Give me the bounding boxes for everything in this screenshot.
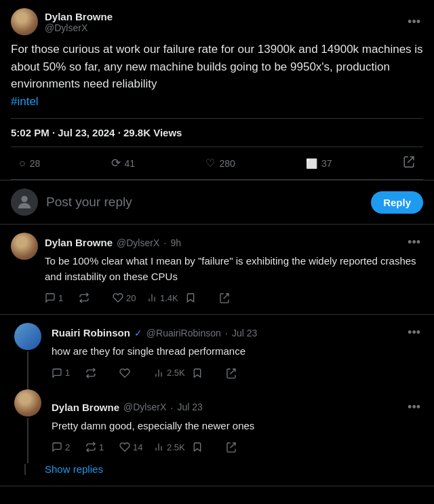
- r2-comment-action[interactable]: 2: [52, 439, 85, 455]
- comment-1-body: Dylan Browne @DylserX · 9h ••• To be 100…: [45, 233, 423, 306]
- dylan-reply2-avatar[interactable]: [14, 389, 41, 416]
- dot1: ·: [52, 127, 55, 138]
- like-action[interactable]: 280: [197, 151, 243, 176]
- comment-count: 28: [30, 158, 41, 169]
- show-replies-button[interactable]: Show replies: [45, 463, 103, 475]
- r1-comment-action[interactable]: 1: [52, 365, 85, 381]
- reply-button[interactable]: Reply: [371, 191, 423, 214]
- thread-line-bottom: [24, 464, 26, 475]
- thread-left-r1: [11, 323, 45, 389]
- reply-box: Post your reply Reply: [0, 180, 434, 225]
- r1-like-action[interactable]: [119, 365, 153, 381]
- post-date: Jul 23, 2024: [58, 127, 115, 138]
- share-action[interactable]: [395, 150, 423, 176]
- c1-bookmark-action[interactable]: [185, 290, 219, 306]
- reply-2-meta-left: Dylan Browne @DylserX · Jul 23: [52, 402, 203, 413]
- hashtag-intel[interactable]: #intel: [11, 95, 39, 108]
- c1-retweet-action[interactable]: [79, 290, 113, 306]
- post-views-label: Views: [153, 127, 182, 138]
- c1-share-action[interactable]: [219, 290, 253, 306]
- comment-icon: [19, 156, 26, 170]
- nested-replies-section: Ruairi Robinson ✓ @RuairiRobinson · Jul …: [0, 314, 434, 486]
- comment-1-meta: Dylan Browne @DylserX · 9h •••: [45, 233, 423, 252]
- r2-retweet-count: 1: [99, 442, 104, 452]
- comment-1-avatar[interactable]: [11, 233, 38, 260]
- c1-like-action[interactable]: 20: [113, 290, 146, 306]
- r2-bookmark-action[interactable]: [192, 439, 226, 455]
- main-post: Dylan Browne @DylserX ••• For those curi…: [0, 0, 434, 180]
- reply-1-text: how are they for single thread performan…: [52, 344, 423, 360]
- c1-stats-count: 1.4K: [160, 293, 178, 303]
- reply-2-dot: ·: [170, 402, 173, 413]
- c1-like-count: 20: [126, 293, 136, 303]
- like-icon: [205, 156, 215, 170]
- reply-2-body: Dylan Browne @DylserX · Jul 23 ••• Prett…: [45, 389, 423, 464]
- reply-2-handle: @DylserX: [123, 402, 166, 412]
- reply-1-meta-left: Ruairi Robinson ✓ @RuairiRobinson · Jul …: [52, 327, 257, 338]
- comment-1-text: To be 100% clear what I mean by "failure…: [45, 254, 423, 284]
- thread-line-r2: [27, 418, 28, 464]
- post-content: For those curious at work our failure ra…: [11, 41, 423, 110]
- retweet-icon: [111, 156, 121, 170]
- author-name: Dylan Browne: [45, 11, 113, 22]
- r1-bookmark-action[interactable]: [192, 365, 226, 381]
- r2-retweet-action[interactable]: 1: [85, 439, 119, 455]
- thread-line-r1: [27, 351, 28, 389]
- like-count: 280: [219, 158, 235, 169]
- r2-stats-action[interactable]: 2.5K: [153, 439, 192, 455]
- r1-stats-count: 2.5K: [167, 368, 185, 378]
- post-header-left: Dylan Browne @DylserX: [11, 8, 113, 35]
- r1-stats-action[interactable]: 2.5K: [153, 365, 192, 381]
- more-button[interactable]: •••: [405, 12, 423, 32]
- comment-thread: Dylan Browne @DylserX · 9h ••• To be 100…: [0, 225, 434, 486]
- reply-1-actions: 1 2.5K: [52, 365, 423, 381]
- author-info: Dylan Browne @DylserX: [45, 11, 113, 33]
- comment-1-author: Dylan Browne: [45, 237, 113, 248]
- r2-like-action[interactable]: 14: [119, 439, 153, 455]
- author-handle: @DylserX: [45, 22, 113, 33]
- reply-2-row: Dylan Browne @DylserX · Jul 23 ••• Prett…: [0, 389, 434, 464]
- reply-avatar: [11, 189, 38, 216]
- reply-2-more[interactable]: •••: [405, 398, 423, 417]
- reply-1-meta: Ruairi Robinson ✓ @RuairiRobinson · Jul …: [52, 323, 423, 343]
- reply-2-author: Dylan Browne: [52, 402, 119, 413]
- bookmark-action[interactable]: 37: [298, 151, 340, 176]
- comment-1-meta-left: Dylan Browne @DylserX · 9h: [45, 237, 181, 248]
- r1-share-action[interactable]: [226, 365, 260, 381]
- reply-1-handle: @RuairiRobinson: [146, 328, 221, 338]
- c1-comment-action[interactable]: 1: [45, 290, 79, 306]
- r2-share-action[interactable]: [226, 439, 260, 455]
- thread-left-r2: [11, 389, 45, 464]
- dot2: ·: [118, 127, 121, 138]
- post-meta: 5:02 PM · Jul 23, 2024 · 29.8K Views: [11, 118, 423, 147]
- comment-1-header: Dylan Browne @DylserX · 9h ••• To be 100…: [11, 233, 423, 306]
- bookmark-icon: [306, 156, 317, 170]
- r1-retweet-action[interactable]: [85, 365, 119, 381]
- r2-comment-count: 2: [65, 442, 70, 452]
- post-views-count: 29.8K: [123, 127, 151, 138]
- reply-1-author: Ruairi Robinson: [52, 327, 130, 338]
- c1-comment-count: 1: [58, 293, 63, 303]
- retweet-count: 41: [125, 158, 136, 169]
- ruairi-avatar[interactable]: [14, 323, 41, 350]
- reply-1-time: Jul 23: [232, 328, 257, 338]
- post-time: 5:02 PM: [11, 127, 50, 138]
- retweet-action[interactable]: 41: [103, 151, 144, 176]
- show-replies-row: Show replies: [0, 463, 434, 486]
- comment-action[interactable]: 28: [11, 151, 48, 176]
- post-actions: 28 41 280 37: [11, 147, 423, 180]
- reply-placeholder[interactable]: Post your reply: [46, 195, 363, 210]
- r1-comment-count: 1: [65, 368, 70, 378]
- reply-1-more[interactable]: •••: [405, 323, 423, 343]
- comment-1-more[interactable]: •••: [405, 233, 423, 252]
- reply-2-text: Pretty damn good, especially the newer o…: [52, 419, 423, 434]
- author-avatar[interactable]: [11, 8, 38, 35]
- comment-1: Dylan Browne @DylserX · 9h ••• To be 100…: [0, 225, 434, 314]
- comment-1-time: 9h: [170, 237, 181, 248]
- comment-1-actions: 1 20 1.4K: [45, 290, 423, 306]
- r2-like-count: 14: [133, 442, 142, 452]
- c1-stats-action[interactable]: 1.4K: [146, 290, 185, 306]
- reply-2-time: Jul 23: [177, 402, 202, 412]
- reply-2-actions: 2 1 14 2.5K: [52, 439, 423, 455]
- bookmark-count: 37: [321, 158, 332, 169]
